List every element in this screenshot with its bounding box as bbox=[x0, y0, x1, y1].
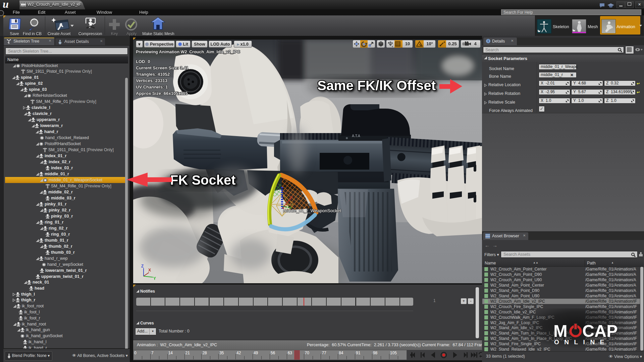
svg-text:Vertices: 23313: Vertices: 23313 bbox=[136, 78, 167, 83]
svg-text:Current Screen Size: 3.41: Current Screen Size: 3.41 bbox=[136, 65, 189, 70]
svg-text:Approx Size: 66x105x115: Approx Size: 66x105x115 bbox=[136, 91, 188, 96]
svg-text:LOD: 0: LOD: 0 bbox=[136, 59, 150, 64]
svg-text:X: X bbox=[148, 268, 151, 273]
svg-text:Z: Z bbox=[141, 264, 144, 268]
svg-text:Triangles: 41052: Triangles: 41052 bbox=[136, 72, 170, 77]
svg-text:UV Channels: 1: UV Channels: 1 bbox=[136, 84, 168, 89]
svg-text:Previewing Animation W2_Crouch: Previewing Animation W2_Crouch_Aim_Idle_… bbox=[136, 50, 240, 54]
svg-text:middle_01_r_WeaponSocket: middle_01_r_WeaponSocket bbox=[283, 208, 341, 213]
svg-text:FK Socket: FK Socket bbox=[170, 173, 236, 187]
svg-text:Y: Y bbox=[153, 276, 156, 281]
svg-text:A.T.A: A.T.A bbox=[352, 134, 360, 138]
svg-text:Same FK/IK Offset: Same FK/IK Offset bbox=[317, 78, 436, 93]
